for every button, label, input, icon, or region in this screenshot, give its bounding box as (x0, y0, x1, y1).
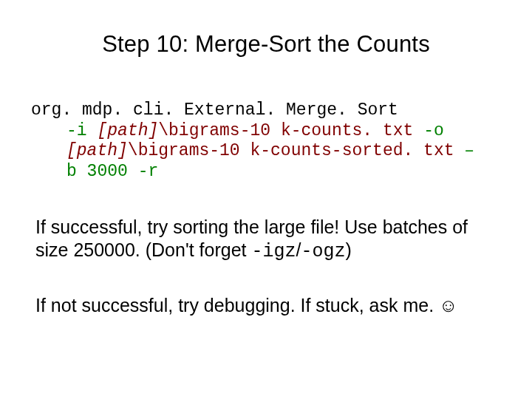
code-line-2: [path]\bigrams-10 k-counts-sorted. txt – (31, 141, 497, 162)
slide-container: Step 10: Merge-Sort the Counts org. mdp.… (0, 0, 532, 317)
flag-o: -o (423, 121, 444, 140)
paragraph-fail: If not successful, try debugging. If stu… (35, 294, 497, 317)
flag-ogz: -ogz (301, 241, 345, 262)
flag-i: -i (66, 121, 87, 140)
flag-r: -r (138, 162, 159, 181)
code-line-1: -i [path]\bigrams-10 k-counts. txt -o (31, 121, 497, 142)
arg-input: \bigrams-10 k-counts. txt (158, 121, 413, 140)
flag-endash: – (464, 141, 474, 160)
flag-igz: -igz (251, 241, 296, 262)
path-placeholder-1: [path] (97, 121, 158, 140)
code-line-3: b 3000 -r (31, 162, 497, 183)
path-placeholder-2: [path] (66, 141, 128, 160)
arg-output: \bigrams-10 k-counts-sorted. txt (128, 141, 454, 160)
code-block: org. mdp. cli. External. Merge. Sort -i … (31, 100, 497, 182)
slide-title: Step 10: Merge-Sort the Counts (35, 31, 497, 58)
code-classname: org. mdp. cli. External. Merge. Sort (31, 100, 497, 121)
flag-b: b 3000 (66, 162, 128, 181)
paragraph-success: If successful, try sorting the large fil… (35, 216, 497, 263)
para1-post: ) (345, 239, 351, 260)
